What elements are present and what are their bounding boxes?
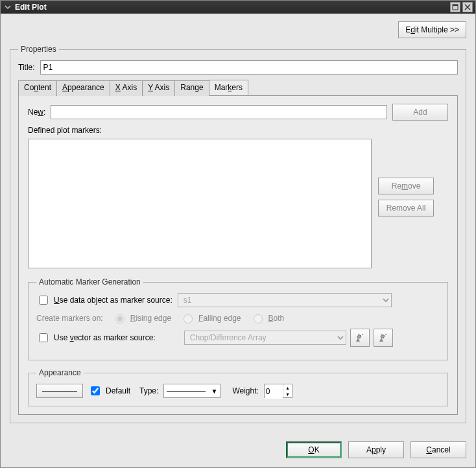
svg-rect-1 xyxy=(453,5,458,6)
weight-label: Weight: xyxy=(232,386,258,395)
window-title: Edit Plot xyxy=(15,3,448,12)
appearance-group: Appearance Default Type: ▼ Weight: xyxy=(28,368,448,406)
both-radio[interactable]: Both xyxy=(250,312,285,323)
tab-content[interactable]: Content xyxy=(18,80,57,96)
minimize-button[interactable] xyxy=(450,2,460,12)
default-input[interactable] xyxy=(91,386,100,395)
remove-all-button[interactable]: Remove All xyxy=(378,200,434,216)
close-button[interactable] xyxy=(462,2,473,12)
spinner-up[interactable]: ▲ xyxy=(283,384,292,391)
tab-y-axis[interactable]: Y Axis xyxy=(142,80,175,96)
rising-edge-input[interactable] xyxy=(115,314,125,323)
use-vector-input[interactable] xyxy=(39,333,48,342)
title-label: Title: xyxy=(18,63,35,72)
falling-edge-radio[interactable]: Falling edge xyxy=(180,312,241,323)
new-marker-label: New: xyxy=(28,108,45,117)
weight-spinner[interactable]: ▲ ▼ xyxy=(264,384,292,398)
apply-button[interactable]: Apply xyxy=(348,441,404,458)
spinner-down[interactable]: ▼ xyxy=(283,391,292,397)
use-data-object-input[interactable] xyxy=(39,296,48,305)
wizard-icon xyxy=(377,332,389,344)
vector-edit-icon-button[interactable] xyxy=(350,329,370,347)
dialog-buttons: OK Apply Cancel xyxy=(286,441,466,458)
default-checkbox[interactable]: Default xyxy=(88,384,130,397)
client-area: Edit Multiple >> Properties Title: Conte… xyxy=(1,14,475,467)
amg-legend: Automatic Marker Generation xyxy=(36,277,143,287)
type-select[interactable]: ▼ xyxy=(163,384,220,398)
svg-point-2 xyxy=(362,334,363,335)
defined-markers-list[interactable] xyxy=(28,139,372,268)
ok-button[interactable]: OK xyxy=(286,441,342,458)
data-object-select[interactable]: s1 xyxy=(178,293,392,307)
tab-x-axis[interactable]: X Axis xyxy=(110,80,143,96)
edit-multiple-button[interactable]: Edit Multiple >> xyxy=(398,21,466,38)
vector-clear-icon-button[interactable] xyxy=(374,329,393,347)
new-marker-input[interactable] xyxy=(51,105,387,119)
both-input[interactable] xyxy=(254,314,263,323)
title-input[interactable] xyxy=(40,60,458,75)
remove-marker-button[interactable]: Remove xyxy=(378,178,434,194)
cancel-button[interactable]: Cancel xyxy=(411,441,466,458)
chevron-down-icon: ▼ xyxy=(211,388,217,395)
falling-edge-input[interactable] xyxy=(184,314,193,323)
properties-legend: Properties xyxy=(18,45,59,54)
line-sample[interactable] xyxy=(36,384,83,398)
vector-select[interactable]: Chop/Difference Array xyxy=(184,331,346,345)
markers-panel: New: Add Defined plot markers: Remove Re… xyxy=(18,96,458,415)
create-markers-on-label: Create markers on: xyxy=(36,314,103,323)
svg-point-3 xyxy=(385,334,387,335)
tab-range[interactable]: Range xyxy=(174,80,209,96)
defined-markers-label: Defined plot markers: xyxy=(28,126,448,135)
window-menu-icon[interactable] xyxy=(3,3,12,12)
wizard-icon xyxy=(354,332,366,344)
appearance-legend: Appearance xyxy=(36,368,84,377)
weight-input[interactable] xyxy=(265,384,283,399)
automatic-marker-generation-group: Automatic Marker Generation Use data obj… xyxy=(28,277,448,360)
titlebar: Edit Plot xyxy=(1,1,475,14)
properties-group: Properties Title: Content Appearance X A… xyxy=(10,45,466,423)
use-vector-checkbox[interactable]: Use vector as marker source: xyxy=(36,331,156,344)
add-marker-button[interactable]: Add xyxy=(392,104,448,121)
tab-appearance[interactable]: Appearance xyxy=(56,80,110,96)
rising-edge-radio[interactable]: Rising edge xyxy=(112,312,171,323)
type-label: Type: xyxy=(139,386,158,395)
tab-strip: Content Appearance X Axis Y Axis Range M… xyxy=(18,80,458,96)
use-data-object-checkbox[interactable]: Use data object as marker source: xyxy=(36,294,173,307)
edit-plot-window: Edit Plot Edit Multiple >> Properties Ti… xyxy=(0,0,476,468)
tab-markers[interactable]: Markers xyxy=(209,80,248,95)
